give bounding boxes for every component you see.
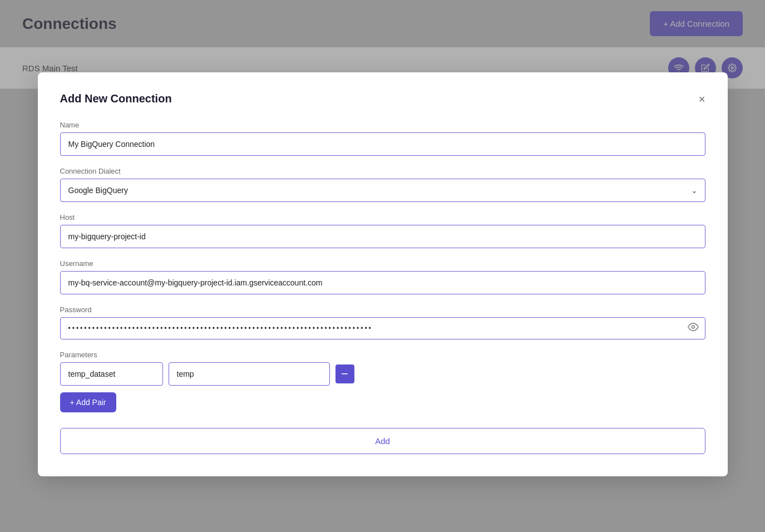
add-pair-button[interactable]: + Add Pair	[60, 392, 116, 412]
name-label: Name	[60, 121, 705, 129]
username-label: Username	[60, 259, 705, 268]
svg-point-2	[692, 326, 694, 328]
host-input[interactable]	[60, 225, 705, 248]
param-row: −	[60, 362, 705, 386]
param-key-input[interactable]	[60, 362, 163, 386]
remove-param-button[interactable]: −	[335, 364, 354, 383]
dialect-label: Connection Dialect	[60, 167, 705, 175]
username-input[interactable]	[60, 271, 705, 294]
dialect-select-wrapper: Google BigQuery PostgreSQL MySQL SQLite …	[60, 179, 705, 202]
password-label: Password	[60, 306, 705, 314]
password-wrapper	[60, 317, 705, 339]
dialect-field-group: Connection Dialect Google BigQuery Postg…	[60, 167, 705, 202]
modal-header: Add New Connection ×	[60, 92, 705, 105]
host-label: Host	[60, 213, 705, 221]
toggle-password-button[interactable]	[688, 322, 699, 336]
password-field-group: Password	[60, 306, 705, 339]
modal-overlay: Add New Connection × Name Connection Dia…	[0, 0, 765, 532]
param-value-input[interactable]	[169, 362, 330, 386]
eye-icon	[688, 322, 699, 333]
close-button[interactable]: ×	[699, 93, 705, 105]
password-input[interactable]	[60, 317, 705, 339]
modal-title: Add New Connection	[60, 92, 172, 105]
params-label: Parameters	[60, 351, 705, 359]
username-field-group: Username	[60, 259, 705, 294]
params-field-group: Parameters − + Add Pair	[60, 351, 705, 412]
host-field-group: Host	[60, 213, 705, 248]
submit-button[interactable]: Add	[60, 428, 705, 454]
modal-footer: Add	[60, 428, 705, 454]
dialect-select[interactable]: Google BigQuery PostgreSQL MySQL SQLite …	[60, 179, 705, 202]
name-input[interactable]	[60, 132, 705, 156]
modal: Add New Connection × Name Connection Dia…	[38, 72, 728, 476]
name-field-group: Name	[60, 121, 705, 156]
